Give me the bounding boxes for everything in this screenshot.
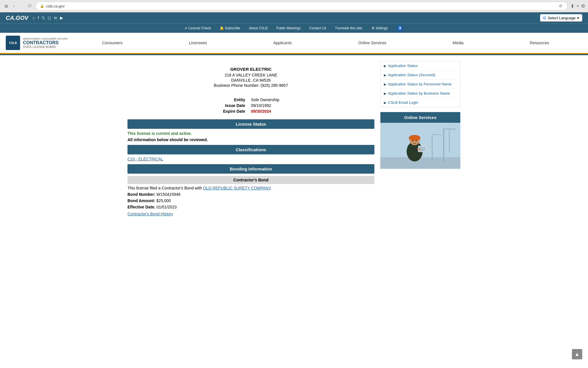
issue-date-row: Issue Date 09/10/1992 bbox=[127, 103, 374, 108]
extra-nav: 🛡 bbox=[27, 3, 33, 9]
translate-button[interactable]: G Select Language ▾ bbox=[540, 14, 582, 22]
arrow-icon-2: ▶ bbox=[384, 73, 386, 77]
new-tab-button[interactable]: + bbox=[577, 3, 579, 9]
business-info: GROVER ELECTRIC 216 A VALLEY CREEK LANE … bbox=[127, 61, 374, 95]
youtube-icon[interactable]: ▶ bbox=[60, 16, 63, 20]
svg-rect-3 bbox=[449, 129, 450, 152]
nav-consumers[interactable]: Consumers bbox=[98, 38, 126, 47]
browser-chrome: ⊞ ‹ › 🛡 🔒 cslb.ca.gov ↺ ⬆ + ⧉ bbox=[0, 0, 588, 12]
sidebar-item-application-status-personnel: ▶ Application Status by Personnel Name bbox=[380, 80, 460, 89]
sidebar-item-application-status-business: ▶ Application Status by Business Name bbox=[380, 89, 460, 98]
review-text: All information below should be reviewed… bbox=[127, 137, 374, 142]
linkedin-icon[interactable]: in bbox=[54, 16, 57, 20]
back-button[interactable]: ‹ bbox=[11, 3, 17, 9]
forward-button[interactable]: › bbox=[18, 3, 24, 9]
phone-value: (925) 285-9657 bbox=[260, 83, 288, 88]
business-address1: 216 A VALLEY CREEK LANE bbox=[127, 73, 374, 77]
sidebar-item-application-status-secured: ▶ Application Status (Secured) bbox=[380, 70, 460, 80]
classification-c10-link[interactable]: C10 - ELECTRICAL bbox=[127, 157, 374, 161]
svg-point-15 bbox=[412, 140, 413, 141]
nav-applicants[interactable]: Applicants bbox=[270, 38, 295, 47]
sidebar-item-cslb-email-login: ▶ CSLB Email Login bbox=[380, 98, 460, 107]
facebook-icon[interactable]: f bbox=[38, 16, 39, 20]
public-meetings-link[interactable]: Public Meetings bbox=[276, 26, 301, 30]
online-services-image bbox=[380, 123, 460, 169]
utility-right: G Select Language ▾ bbox=[540, 14, 582, 22]
translate-site-link[interactable]: Translate this site: bbox=[335, 26, 363, 30]
entity-row: Entity Sole Ownership bbox=[127, 97, 374, 102]
sidebar-item-application-status: ▶ Application Status bbox=[380, 61, 460, 70]
bonding-header: Bonding Information bbox=[127, 164, 374, 174]
accessibility-icon[interactable]: ♿ bbox=[396, 25, 403, 32]
svg-rect-10 bbox=[409, 137, 420, 139]
sidebar: ▶ Application Status ▶ Application Statu… bbox=[380, 61, 461, 216]
sidebar-toggle-button[interactable]: ⊞ bbox=[3, 3, 9, 9]
worker-illustration bbox=[380, 123, 460, 169]
bond-description: This license filed a Contractor's Bond w… bbox=[127, 186, 374, 190]
entity-value: Sole Ownership bbox=[251, 97, 285, 102]
license-status-header: License Status bbox=[127, 119, 374, 129]
contact-us-link[interactable]: Contact Us bbox=[309, 26, 326, 30]
expire-date-value: 09/30/2024 bbox=[251, 109, 285, 114]
svg-rect-6 bbox=[380, 157, 460, 169]
issue-date-value: 09/10/1992 bbox=[251, 103, 285, 108]
arrow-icon-5: ▶ bbox=[384, 101, 386, 105]
share-button[interactable]: ⬆ bbox=[570, 3, 574, 9]
settings-link[interactable]: ⚙ Settings bbox=[372, 26, 388, 30]
application-status-link[interactable]: Application Status bbox=[388, 64, 418, 68]
shield-icon[interactable]: 🛡 bbox=[27, 3, 33, 9]
lock-icon: 🔒 bbox=[40, 4, 44, 8]
classifications-header: Classifications bbox=[127, 145, 374, 154]
about-cslb-link[interactable]: About CSLB bbox=[249, 26, 268, 30]
active-status-text: This license is current and active. bbox=[127, 131, 374, 136]
bond-company-link[interactable]: OLD REPUBLIC SURETY COMPANY bbox=[203, 186, 270, 190]
utility-left: CA.GOV ⌂ f 𝕏 ◻ in ▶ bbox=[6, 15, 63, 21]
arrow-icon-1: ▶ bbox=[384, 64, 386, 68]
sidebar-links-section: ▶ Application Status ▶ Application Statu… bbox=[380, 61, 461, 107]
expire-date-label: Expire Date bbox=[216, 109, 245, 114]
nav-resources[interactable]: Resources bbox=[527, 38, 553, 47]
address-bar[interactable]: 🔒 cslb.ca.gov ↺ bbox=[36, 2, 568, 10]
nav-media[interactable]: Media bbox=[449, 38, 467, 47]
cslb-logo-icon: CSLB bbox=[6, 36, 20, 50]
nav-buttons: ⊞ ‹ › bbox=[3, 3, 24, 9]
browser-action-area: ⬆ + ⧉ bbox=[570, 3, 585, 9]
nav-online-services[interactable]: Online Services bbox=[355, 38, 390, 47]
license-check-link[interactable]: ✔ License Check bbox=[185, 26, 211, 30]
bond-amount-row: Bond Amount: $25,000 bbox=[127, 198, 374, 203]
bond-effective-date-row: Effective Date: 01/01/2023 bbox=[127, 205, 374, 209]
translate-chevron-icon: ▾ bbox=[577, 16, 579, 20]
application-status-personnel-link[interactable]: Application Status by Personnel Name bbox=[388, 82, 452, 86]
utility-bar: CA.GOV ⌂ f 𝕏 ◻ in ▶ G Select Language ▾ bbox=[0, 12, 588, 23]
main-nav: Consumers Licensees Applicants Online Se… bbox=[69, 38, 582, 47]
url-text: cslb.ca.gov bbox=[46, 4, 65, 8]
bond-number-row: Bond Number: W150415948 bbox=[127, 192, 374, 197]
business-address2: DANVILLE, CA 94526 bbox=[127, 78, 374, 83]
cslb-email-login-link[interactable]: CSLB Email Login bbox=[388, 100, 418, 105]
nav-licensees[interactable]: Licensees bbox=[185, 38, 210, 47]
phone-label: Business Phone Number: bbox=[214, 83, 260, 88]
reload-button[interactable]: ↺ bbox=[558, 3, 563, 9]
bond-history-link[interactable]: Contractor's Bond History bbox=[127, 212, 374, 216]
twitter-icon[interactable]: 𝕏 bbox=[42, 16, 45, 20]
main-content: GROVER ELECTRIC 216 A VALLEY CREEK LANE … bbox=[127, 61, 374, 216]
svg-point-16 bbox=[416, 140, 417, 141]
sub-label: STATE LICENSE BOARD bbox=[23, 45, 68, 49]
bond-number-value: W150415948 bbox=[156, 192, 180, 197]
bond-effective-date-label: Effective Date: bbox=[127, 205, 155, 209]
tabs-button[interactable]: ⧉ bbox=[581, 3, 585, 9]
expire-date-row: Expire Date 09/30/2024 bbox=[127, 109, 374, 114]
application-status-secured-link[interactable]: Application Status (Secured) bbox=[388, 73, 435, 77]
bond-text-prefix: This license filed a Contractor's Bond w… bbox=[127, 186, 202, 190]
online-services-header: Online Services bbox=[380, 112, 460, 123]
social-icons: ⌂ f 𝕏 ◻ in ▶ bbox=[32, 16, 63, 20]
ca-gov-logo[interactable]: CA.GOV bbox=[6, 15, 28, 21]
contractors-bond-subheader: Contractor's Bond bbox=[127, 176, 374, 184]
home-icon[interactable]: ⌂ bbox=[32, 16, 35, 20]
business-phone: Business Phone Number: (925) 285-9657 bbox=[127, 83, 374, 88]
bond-amount-label: Bond Amount: bbox=[127, 198, 155, 203]
instagram-icon[interactable]: ◻ bbox=[48, 16, 51, 20]
subscribe-link[interactable]: 🔔 Subscribe bbox=[220, 26, 240, 30]
bond-number-label: Bond Number: bbox=[127, 192, 155, 197]
application-status-business-link[interactable]: Application Status by Business Name bbox=[388, 91, 450, 95]
